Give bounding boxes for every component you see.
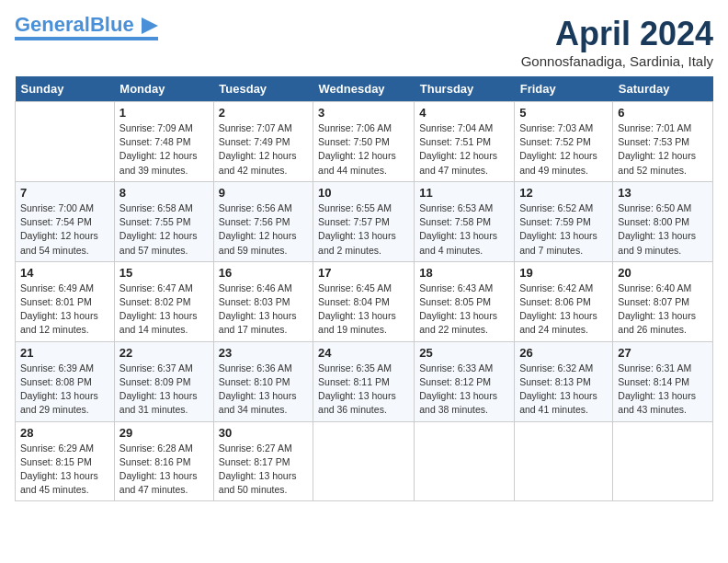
cell-info: Sunrise: 6:53 AMSunset: 7:58 PMDaylight:… — [419, 201, 509, 258]
cell-info: Sunrise: 6:29 AMSunset: 8:15 PMDaylight:… — [20, 442, 109, 498]
calendar-cell: 5Sunrise: 7:03 AMSunset: 7:52 PMDaylight… — [515, 102, 613, 182]
day-number: 5 — [519, 106, 608, 120]
day-number: 11 — [419, 186, 509, 200]
calendar-cell: 28Sunrise: 6:29 AMSunset: 8:15 PMDayligh… — [16, 421, 115, 501]
day-number: 26 — [519, 346, 608, 360]
calendar-cell: 21Sunrise: 6:39 AMSunset: 8:08 PMDayligh… — [16, 341, 115, 421]
day-number: 10 — [318, 186, 409, 200]
cell-info: Sunrise: 6:33 AMSunset: 8:12 PMDaylight:… — [419, 362, 509, 418]
calendar-cell: 24Sunrise: 6:35 AMSunset: 8:11 PMDayligh… — [313, 341, 415, 421]
day-number: 20 — [618, 266, 708, 280]
day-header-thursday: Thursday — [415, 76, 515, 102]
calendar-cell: 15Sunrise: 6:47 AMSunset: 8:02 PMDayligh… — [114, 261, 213, 341]
week-row-2: 7Sunrise: 7:00 AMSunset: 7:54 PMDaylight… — [16, 181, 713, 261]
day-header-wednesday: Wednesday — [313, 76, 415, 102]
day-number: 19 — [519, 266, 608, 280]
day-number: 14 — [20, 266, 109, 280]
cell-info: Sunrise: 6:50 AMSunset: 8:00 PMDaylight:… — [618, 201, 708, 258]
day-number: 18 — [419, 266, 509, 280]
calendar-cell: 14Sunrise: 6:49 AMSunset: 8:01 PMDayligh… — [16, 261, 115, 341]
calendar-cell — [515, 421, 613, 501]
calendar-cell — [16, 102, 115, 182]
cell-info: Sunrise: 7:06 AMSunset: 7:50 PMDaylight:… — [318, 121, 409, 178]
day-header-monday: Monday — [114, 76, 213, 102]
calendar-cell: 20Sunrise: 6:40 AMSunset: 8:07 PMDayligh… — [613, 261, 713, 341]
calendar-cell — [613, 421, 713, 501]
day-number: 6 — [618, 106, 708, 120]
day-number: 12 — [519, 186, 608, 200]
cell-info: Sunrise: 6:35 AMSunset: 8:11 PMDaylight:… — [318, 362, 409, 418]
calendar-cell: 19Sunrise: 6:42 AMSunset: 8:06 PMDayligh… — [515, 261, 613, 341]
calendar-cell: 7Sunrise: 7:00 AMSunset: 7:54 PMDaylight… — [16, 181, 115, 261]
week-row-5: 28Sunrise: 6:29 AMSunset: 8:15 PMDayligh… — [16, 421, 713, 501]
logo: GeneralBlue — [15, 15, 158, 40]
calendar-cell: 18Sunrise: 6:43 AMSunset: 8:05 PMDayligh… — [415, 261, 515, 341]
cell-info: Sunrise: 6:36 AMSunset: 8:10 PMDaylight:… — [219, 362, 308, 418]
day-number: 23 — [219, 346, 308, 360]
cell-info: Sunrise: 6:46 AMSunset: 8:03 PMDaylight:… — [219, 282, 308, 338]
calendar-cell: 3Sunrise: 7:06 AMSunset: 7:50 PMDaylight… — [313, 102, 415, 182]
day-number: 30 — [219, 426, 308, 440]
day-number: 27 — [618, 346, 708, 360]
day-number: 3 — [318, 106, 409, 120]
calendar-cell: 12Sunrise: 6:52 AMSunset: 7:59 PMDayligh… — [515, 181, 613, 261]
calendar-cell: 29Sunrise: 6:28 AMSunset: 8:16 PMDayligh… — [114, 421, 213, 501]
cell-info: Sunrise: 7:07 AMSunset: 7:49 PMDaylight:… — [219, 121, 308, 178]
day-number: 2 — [219, 106, 308, 120]
calendar-cell: 23Sunrise: 6:36 AMSunset: 8:10 PMDayligh… — [213, 341, 313, 421]
calendar-cell: 27Sunrise: 6:31 AMSunset: 8:14 PMDayligh… — [613, 341, 713, 421]
cell-info: Sunrise: 7:04 AMSunset: 7:51 PMDaylight:… — [419, 121, 509, 178]
cell-info: Sunrise: 6:31 AMSunset: 8:14 PMDaylight:… — [618, 362, 708, 418]
cell-info: Sunrise: 6:40 AMSunset: 8:07 PMDaylight:… — [618, 282, 708, 338]
calendar-cell: 22Sunrise: 6:37 AMSunset: 8:09 PMDayligh… — [114, 341, 213, 421]
calendar-cell — [415, 421, 515, 501]
calendar-cell: 4Sunrise: 7:04 AMSunset: 7:51 PMDaylight… — [415, 102, 515, 182]
day-header-saturday: Saturday — [613, 76, 713, 102]
logo-bar — [15, 37, 158, 40]
cell-info: Sunrise: 6:27 AMSunset: 8:17 PMDaylight:… — [219, 442, 308, 498]
cell-info: Sunrise: 7:09 AMSunset: 7:48 PMDaylight:… — [119, 121, 209, 178]
day-number: 1 — [119, 106, 209, 120]
day-number: 28 — [20, 426, 109, 440]
day-number: 4 — [419, 106, 509, 120]
calendar-cell: 25Sunrise: 6:33 AMSunset: 8:12 PMDayligh… — [415, 341, 515, 421]
day-header-sunday: Sunday — [16, 76, 115, 102]
week-row-3: 14Sunrise: 6:49 AMSunset: 8:01 PMDayligh… — [16, 261, 713, 341]
calendar-cell: 26Sunrise: 6:32 AMSunset: 8:13 PMDayligh… — [515, 341, 613, 421]
cell-info: Sunrise: 6:47 AMSunset: 8:02 PMDaylight:… — [119, 282, 209, 338]
week-row-1: 1Sunrise: 7:09 AMSunset: 7:48 PMDaylight… — [16, 102, 713, 182]
cell-info: Sunrise: 6:39 AMSunset: 8:08 PMDaylight:… — [20, 362, 109, 418]
calendar-cell: 11Sunrise: 6:53 AMSunset: 7:58 PMDayligh… — [415, 181, 515, 261]
day-number: 16 — [219, 266, 308, 280]
logo-text: GeneralBlue — [15, 15, 158, 35]
calendar-cell: 30Sunrise: 6:27 AMSunset: 8:17 PMDayligh… — [213, 421, 313, 501]
day-header-friday: Friday — [515, 76, 613, 102]
calendar-cell: 6Sunrise: 7:01 AMSunset: 7:53 PMDaylight… — [613, 102, 713, 182]
cell-info: Sunrise: 7:03 AMSunset: 7:52 PMDaylight:… — [519, 121, 608, 178]
calendar-table: SundayMondayTuesdayWednesdayThursdayFrid… — [15, 76, 713, 501]
calendar-cell: 17Sunrise: 6:45 AMSunset: 8:04 PMDayligh… — [313, 261, 415, 341]
cell-info: Sunrise: 6:45 AMSunset: 8:04 PMDaylight:… — [318, 282, 409, 338]
calendar-cell: 1Sunrise: 7:09 AMSunset: 7:48 PMDaylight… — [114, 102, 213, 182]
cell-info: Sunrise: 6:37 AMSunset: 8:09 PMDaylight:… — [119, 362, 209, 418]
day-number: 22 — [119, 346, 209, 360]
day-number: 24 — [318, 346, 409, 360]
day-number: 17 — [318, 266, 409, 280]
cell-info: Sunrise: 6:52 AMSunset: 7:59 PMDaylight:… — [519, 201, 608, 258]
cell-info: Sunrise: 7:01 AMSunset: 7:53 PMDaylight:… — [618, 121, 708, 178]
logo-general: General — [15, 13, 90, 36]
calendar-cell: 2Sunrise: 7:07 AMSunset: 7:49 PMDaylight… — [213, 102, 313, 182]
calendar-cell — [313, 421, 415, 501]
cell-info: Sunrise: 6:43 AMSunset: 8:05 PMDaylight:… — [419, 282, 509, 338]
calendar-cell: 10Sunrise: 6:55 AMSunset: 7:57 PMDayligh… — [313, 181, 415, 261]
page-header: GeneralBlue April 2024 Gonnosfanadiga, S… — [15, 15, 713, 69]
day-header-tuesday: Tuesday — [213, 76, 313, 102]
logo-blue: Blue — [90, 13, 134, 36]
svg-marker-0 — [142, 17, 158, 34]
cell-info: Sunrise: 6:58 AMSunset: 7:55 PMDaylight:… — [119, 201, 209, 258]
month-title: April 2024 — [521, 15, 713, 53]
week-row-4: 21Sunrise: 6:39 AMSunset: 8:08 PMDayligh… — [16, 341, 713, 421]
cell-info: Sunrise: 6:42 AMSunset: 8:06 PMDaylight:… — [519, 282, 608, 338]
title-area: April 2024 Gonnosfanadiga, Sardinia, Ita… — [521, 15, 713, 69]
location: Gonnosfanadiga, Sardinia, Italy — [521, 53, 713, 69]
